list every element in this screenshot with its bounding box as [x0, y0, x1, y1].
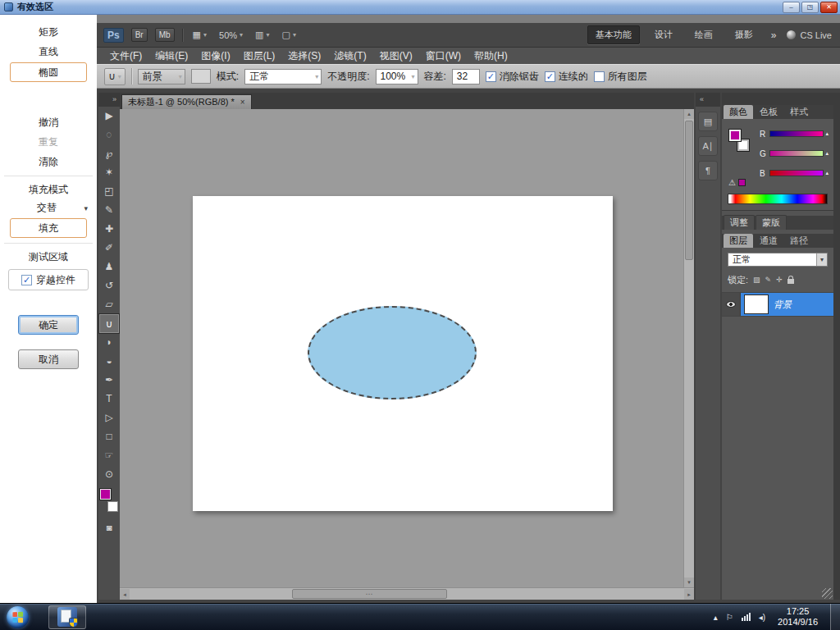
layer-entry[interactable]: 背景 [741, 293, 833, 316]
slider-handle-icon[interactable]: ▴ [825, 170, 829, 176]
tab-swatches[interactable]: 色板 [754, 105, 783, 119]
tab-layers[interactable]: 图层 [724, 234, 753, 248]
show-desktop-button[interactable] [830, 604, 840, 630]
move-tool[interactable]: ▶ [99, 107, 119, 126]
mode-dropdown[interactable]: 正常 ▾ [244, 69, 322, 84]
sidebar-item-clear[interactable]: 清除 [10, 153, 87, 171]
restore-button[interactable]: ◳ [801, 2, 819, 13]
contiguous-checkbox[interactable]: ✓ 连续的 [545, 70, 588, 84]
panel-button-paragraph[interactable]: ¶ [698, 161, 718, 180]
quick-selection-tool[interactable]: ✶ [99, 163, 119, 182]
menu-edit[interactable]: 编辑(E) [148, 48, 194, 64]
eraser-tool[interactable]: ▱ [99, 295, 119, 314]
lock-all-button[interactable] [788, 279, 794, 284]
ok-button[interactable]: 确定 [18, 315, 79, 335]
tools-expand-arrows[interactable]: » [98, 93, 120, 107]
fill-source-dropdown[interactable]: 前景 ▾ [138, 69, 185, 84]
red-slider[interactable] [769, 130, 824, 137]
lock-position-button[interactable]: ✛ [776, 276, 783, 284]
tab-channels[interactable]: 通道 [754, 234, 783, 248]
menu-help[interactable]: 帮助(H) [468, 48, 514, 64]
crop-tool[interactable]: ◰ [99, 182, 119, 201]
view-extras-button[interactable]: ▦ ▾ [190, 28, 209, 42]
menu-layer[interactable]: 图层(L) [237, 48, 282, 64]
minimize-button[interactable]: – [783, 2, 800, 13]
vertical-scrollbar[interactable]: ▴ ▾ [683, 109, 694, 587]
panel-button-list[interactable]: ▤ [698, 112, 718, 131]
horizontal-scrollbar-thumb[interactable]: ⋯ [292, 589, 447, 599]
background-color-chip[interactable] [737, 139, 749, 151]
hidden-icons-button[interactable]: ▴ [714, 613, 718, 622]
network-icon[interactable] [742, 613, 751, 621]
layer-thumbnail[interactable] [745, 295, 768, 313]
green-slider[interactable] [769, 150, 824, 157]
lasso-tool[interactable]: ℘ [99, 144, 119, 163]
workspace-essentials[interactable]: 基本功能 [587, 25, 640, 44]
lock-transparency-button[interactable]: ▨ [753, 276, 760, 284]
cs-live-button[interactable]: CS Live [787, 30, 832, 40]
tool-preset-button[interactable]: ∪ ▾ [104, 68, 126, 85]
workspace-painting[interactable]: 绘画 [687, 26, 720, 43]
tab-color[interactable]: 颜色 [724, 105, 753, 119]
foreground-swatch[interactable] [100, 489, 111, 500]
workspace-design[interactable]: 设计 [647, 26, 680, 43]
canvas-area[interactable]: ▴ ▾ [120, 109, 694, 587]
scroll-right-icon[interactable]: ▸ [684, 589, 694, 600]
tab-adjustments[interactable]: 调整 [724, 215, 755, 230]
type-tool[interactable]: T [99, 390, 119, 409]
vertical-scrollbar-thumb[interactable] [685, 121, 693, 260]
tab-paths[interactable]: 路径 [784, 234, 814, 248]
hand-tool[interactable]: ☞ [99, 446, 119, 465]
fill-button[interactable]: 填充 [10, 218, 87, 238]
slider-handle-icon[interactable]: ▴ [825, 130, 829, 137]
menu-filter[interactable]: 滤镜(T) [327, 48, 372, 64]
collapse-arrows-icon[interactable]: « [696, 93, 720, 107]
dodge-tool[interactable]: ◒ [99, 352, 119, 371]
opacity-dropdown[interactable]: 100% ▾ [376, 69, 418, 84]
bridge-button[interactable]: Br [131, 28, 148, 42]
paint-bucket-tool[interactable]: ∪ [99, 314, 119, 333]
blend-mode-dropdown[interactable]: 正常 ▾ [728, 253, 828, 267]
tab-close-icon[interactable]: × [240, 98, 245, 107]
quick-mask-button[interactable]: ◙ [99, 518, 119, 537]
eyedropper-tool[interactable]: ✎ [99, 201, 119, 220]
menu-file[interactable]: 文件(F) [103, 48, 148, 64]
scroll-left-icon[interactable]: ◂ [120, 589, 130, 600]
history-brush-tool[interactable]: ↺ [99, 276, 119, 295]
menu-view[interactable]: 视图(V) [373, 48, 419, 64]
zoom-level-dropdown[interactable]: 50% ▾ [217, 29, 245, 42]
workspace-more-button[interactable]: » [768, 27, 780, 43]
document-canvas[interactable] [193, 196, 613, 511]
antialias-checkbox[interactable]: ✓ 消除锯齿 [486, 70, 539, 84]
lock-pixels-button[interactable]: ✎ [765, 276, 772, 284]
arrange-documents-button[interactable]: ▥ ▾ [253, 28, 272, 42]
menu-window[interactable]: 窗口(W) [419, 48, 468, 64]
dock-header[interactable] [722, 93, 833, 105]
taskbar-clock[interactable]: 17:25 2014/9/16 [778, 606, 818, 628]
visibility-toggle[interactable] [722, 293, 741, 316]
rectangle-tool[interactable]: □ [99, 427, 119, 446]
layer-row-background[interactable]: 背景 [722, 292, 833, 317]
close-button[interactable]: ✕ [820, 2, 838, 13]
tolerance-input[interactable]: 32 [452, 69, 480, 84]
ellipse-selection[interactable] [308, 306, 477, 399]
start-button[interactable] [7, 606, 29, 628]
menu-select[interactable]: 选择(S) [281, 48, 327, 64]
blur-tool[interactable]: ◗ [99, 333, 119, 352]
sidebar-item-rectangle[interactable]: 矩形 [10, 23, 87, 41]
mini-bridge-button[interactable]: Mb [155, 28, 175, 42]
cancel-button[interactable]: 取消 [18, 349, 79, 369]
healing-brush-tool[interactable]: ✚ [99, 220, 119, 239]
workspace-photography[interactable]: 摄影 [728, 26, 760, 43]
tab-styles[interactable]: 样式 [784, 105, 814, 119]
slider-handle-icon[interactable]: ▴ [825, 150, 829, 157]
foreground-color-chip[interactable] [729, 130, 741, 141]
all-layers-checkbox[interactable]: 所有图层 [594, 70, 647, 84]
sidebar-item-line[interactable]: 直线 [10, 43, 87, 61]
tab-masks[interactable]: 蒙版 [756, 215, 787, 230]
volume-icon[interactable]: ◂) [759, 613, 765, 622]
screen-mode-button[interactable]: ▢ ▾ [279, 28, 298, 42]
background-swatch[interactable] [107, 501, 118, 512]
zoom-tool[interactable]: ⊙ [99, 465, 119, 484]
panel-button-character[interactable]: A∣ [698, 136, 718, 156]
